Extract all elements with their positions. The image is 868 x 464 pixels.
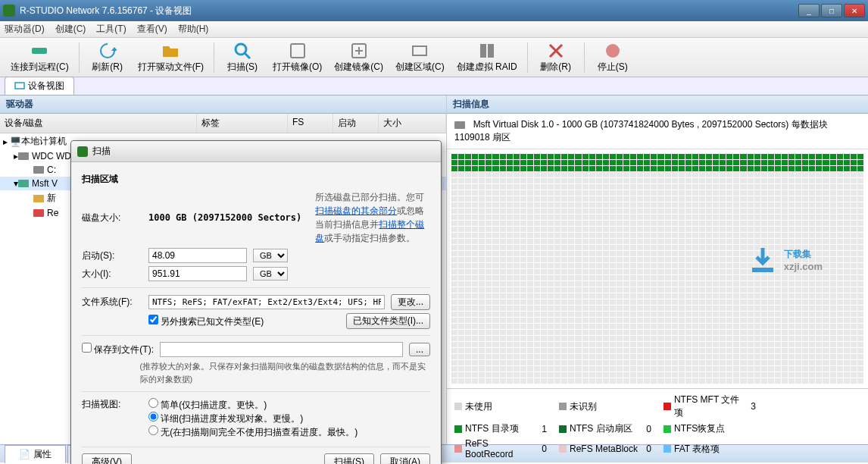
svg-rect-9 <box>488 44 494 58</box>
scan-dialog: 扫描 扫描区域 磁盘大小: 1000 GB (2097152000 Sector… <box>70 140 442 464</box>
tb-open-drive[interactable]: 打开驱动文件(F) <box>133 40 208 75</box>
block-map[interactable]: 下载集xzji.com <box>447 149 868 388</box>
size-label: 大小(I): <box>82 268 142 281</box>
svg-point-1 <box>236 44 246 55</box>
col-size[interactable]: 大小 <box>379 114 446 133</box>
svg-rect-12 <box>752 268 773 272</box>
save-to-file-checkbox[interactable]: 保存到文件(T): <box>82 343 154 356</box>
tab-device-view[interactable]: 设备视图 <box>5 77 74 95</box>
btab-props[interactable]: 📄 属性 <box>5 445 66 463</box>
minimize-button[interactable]: _ <box>798 4 820 17</box>
start-input[interactable] <box>148 248 247 263</box>
volume-icon <box>33 195 44 202</box>
folder-icon <box>161 42 180 59</box>
fs-input[interactable] <box>148 295 385 309</box>
dialog-titlebar[interactable]: 扫描 <box>71 141 441 162</box>
disk-icon <box>454 121 465 129</box>
size-input[interactable] <box>148 266 247 281</box>
window-titlebar: R-STUDIO Network 7.6.156767 - 设备视图 _ □ ✕ <box>0 0 868 21</box>
tb-create-raid[interactable]: 创建虚拟 RAID <box>452 40 522 75</box>
scan-view-label: 扫描视图: <box>82 398 142 411</box>
window-title: R-STUDIO Network 7.6.156767 - 设备视图 <box>20 5 192 17</box>
create-image-icon <box>350 42 368 59</box>
save-path-input <box>160 342 403 357</box>
svg-rect-7 <box>413 46 426 55</box>
drives-pane-header: 驱动器 <box>0 96 446 114</box>
menubar: 驱动器(D) 创建(C) 工具(T) 查看(V) 帮助(H) <box>0 21 868 38</box>
app-icon <box>3 5 15 17</box>
browse-button[interactable]: ... <box>409 343 430 356</box>
link-remaining[interactable]: 扫描磁盘的其余部分 <box>315 205 397 216</box>
advanced-button[interactable]: 高级(V) <box>82 453 132 464</box>
menu-tools[interactable]: 工具(T) <box>96 23 126 36</box>
toolbar: 连接到远程(C) 刷新(R) 打开驱动文件(F) 扫描(S) 打开镜像(O) 创… <box>0 38 868 77</box>
maximize-button[interactable]: □ <box>821 4 842 17</box>
col-fs[interactable]: FS <box>288 114 333 133</box>
volume-icon <box>33 166 44 174</box>
view-simple[interactable]: 简单(仅扫描进度。更快。) <box>148 400 267 410</box>
view-detail[interactable]: 详细(扫描进度并发现对象。更慢。) <box>148 413 303 424</box>
delete-icon <box>547 42 565 59</box>
scan-summary: Msft Virtual Disk 1.0 - 1000 GB (1073741… <box>447 114 868 149</box>
save-note: (推荐较大的对象。只保存对象扫描期间收集的磁盘数据结构的信息，而不是实际的对象数… <box>140 360 430 385</box>
start-unit[interactable]: GB <box>253 249 288 262</box>
drives-columns: 设备/磁盘 标签 FS 启动 大小 <box>0 114 446 133</box>
svg-line-2 <box>245 53 250 58</box>
refresh-icon <box>98 42 117 59</box>
menu-help[interactable]: 帮助(H) <box>178 23 209 36</box>
tb-delete[interactable]: 删除(R) <box>533 40 579 75</box>
stop-icon <box>604 42 622 59</box>
col-device[interactable]: 设备/磁盘 <box>0 114 197 133</box>
monitor-icon <box>14 81 25 92</box>
region-icon <box>411 42 429 59</box>
scan-icon <box>233 42 251 59</box>
menu-create[interactable]: 创建(C) <box>55 23 86 36</box>
col-label[interactable]: 标签 <box>197 114 288 133</box>
vdisk-icon <box>18 180 29 187</box>
volume-icon <box>33 209 44 217</box>
block-legend: 未使用未识别NTFS MFT 文件项3NTFS 目录项1NTFS 启动扇区0NT… <box>447 388 868 464</box>
raid-icon <box>478 42 496 59</box>
start-label: 启动(S): <box>82 249 142 262</box>
svg-rect-11 <box>15 83 24 89</box>
menu-view[interactable]: 查看(V) <box>137 23 167 36</box>
connect-icon <box>30 42 48 59</box>
col-start[interactable]: 启动 <box>333 114 379 133</box>
tb-create-region[interactable]: 创建区域(C) <box>391 40 449 75</box>
svg-rect-8 <box>480 44 486 58</box>
svg-rect-0 <box>32 48 47 54</box>
change-fs-button[interactable]: 更改... <box>391 294 430 310</box>
close-button[interactable]: ✕ <box>844 4 865 17</box>
known-types-button[interactable]: 已知文件类型(I)... <box>346 313 430 329</box>
download-icon <box>748 245 778 275</box>
fs-label: 文件系统(F): <box>82 296 142 309</box>
scan-button[interactable]: 扫描(S) <box>324 453 374 464</box>
open-image-icon <box>289 42 307 59</box>
dialog-icon <box>77 146 88 157</box>
tb-connect[interactable]: 连接到远程(C) <box>6 40 73 75</box>
dialog-title: 扫描 <box>92 145 111 158</box>
scan-note: 所选磁盘已部分扫描。您可扫描磁盘的其余部分或忽略当前扫描信息并扫描整个磁盘或手动… <box>315 190 430 245</box>
scan-info-header: 扫描信息 <box>447 96 868 114</box>
menu-drive[interactable]: 驱动器(D) <box>5 23 45 36</box>
tb-create-image[interactable]: 创建镜像(C) <box>329 40 388 75</box>
view-tabbar: 设备视图 <box>0 77 868 96</box>
tb-scan[interactable]: 扫描(S) <box>220 40 265 75</box>
size-unit[interactable]: GB <box>253 267 288 281</box>
scan-area-label: 扫描区域 <box>82 173 430 186</box>
tb-stop[interactable]: 停止(S) <box>590 40 635 75</box>
tb-open-image[interactable]: 打开镜像(O) <box>268 40 326 75</box>
cancel-button[interactable]: 取消(A) <box>380 453 430 464</box>
svg-rect-3 <box>291 44 304 58</box>
extra-search-checkbox[interactable]: 另外搜索已知文件类型(E) <box>148 315 264 328</box>
watermark: 下载集xzji.com <box>748 245 823 275</box>
svg-point-10 <box>606 44 620 58</box>
view-none[interactable]: 无(在扫描期间完全不使用扫描查看进度。最快。) <box>148 427 358 437</box>
disk-size-value: 1000 GB (2097152000 Sectors) <box>148 212 301 223</box>
disk-icon <box>18 152 29 160</box>
disk-size-label: 磁盘大小: <box>82 212 142 224</box>
tb-refresh[interactable]: 刷新(R) <box>85 40 130 75</box>
